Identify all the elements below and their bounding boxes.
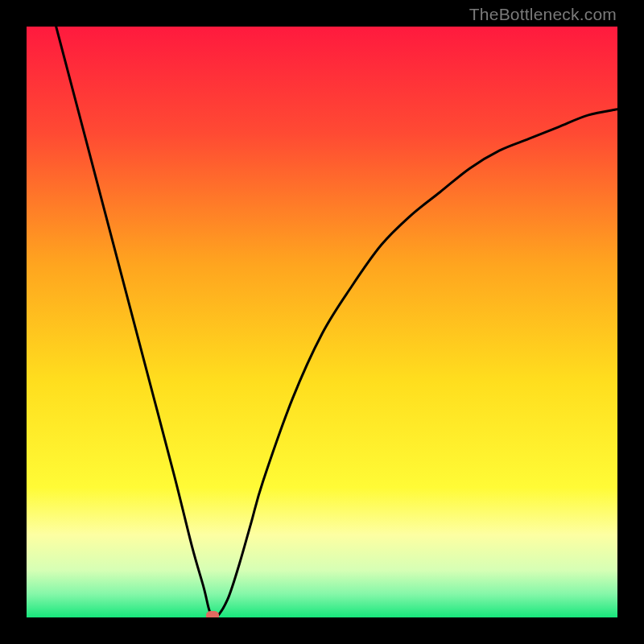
minimum-marker bbox=[206, 611, 219, 617]
watermark-text: TheBottleneck.com bbox=[469, 5, 617, 24]
chart-frame: { "watermark": "TheBottleneck.com", "cha… bbox=[0, 0, 644, 644]
plot-area bbox=[27, 27, 617, 617]
bottleneck-curve bbox=[27, 27, 617, 617]
